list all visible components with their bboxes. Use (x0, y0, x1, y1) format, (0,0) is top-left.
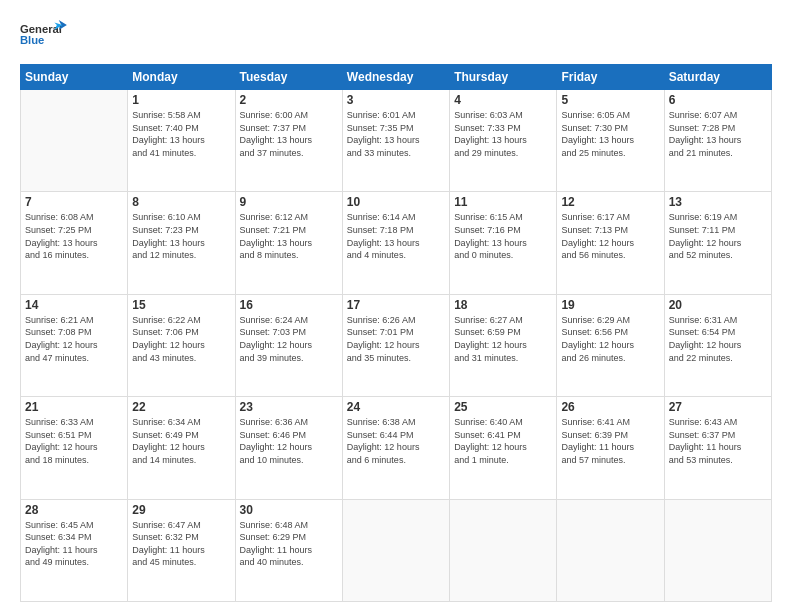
calendar-cell: 15Sunrise: 6:22 AM Sunset: 7:06 PM Dayli… (128, 294, 235, 396)
day-number: 11 (454, 195, 552, 209)
day-info: Sunrise: 6:33 AM Sunset: 6:51 PM Dayligh… (25, 416, 123, 466)
day-number: 5 (561, 93, 659, 107)
calendar-week-2: 7Sunrise: 6:08 AM Sunset: 7:25 PM Daylig… (21, 192, 772, 294)
day-info: Sunrise: 6:48 AM Sunset: 6:29 PM Dayligh… (240, 519, 338, 569)
day-info: Sunrise: 6:40 AM Sunset: 6:41 PM Dayligh… (454, 416, 552, 466)
day-number: 26 (561, 400, 659, 414)
svg-text:Blue: Blue (20, 34, 44, 46)
day-info: Sunrise: 6:19 AM Sunset: 7:11 PM Dayligh… (669, 211, 767, 261)
weekday-header-row: SundayMondayTuesdayWednesdayThursdayFrid… (21, 65, 772, 90)
calendar-cell: 9Sunrise: 6:12 AM Sunset: 7:21 PM Daylig… (235, 192, 342, 294)
calendar-cell: 16Sunrise: 6:24 AM Sunset: 7:03 PM Dayli… (235, 294, 342, 396)
calendar-cell: 5Sunrise: 6:05 AM Sunset: 7:30 PM Daylig… (557, 90, 664, 192)
day-number: 30 (240, 503, 338, 517)
day-number: 17 (347, 298, 445, 312)
day-info: Sunrise: 6:10 AM Sunset: 7:23 PM Dayligh… (132, 211, 230, 261)
calendar-week-3: 14Sunrise: 6:21 AM Sunset: 7:08 PM Dayli… (21, 294, 772, 396)
calendar-table: SundayMondayTuesdayWednesdayThursdayFrid… (20, 64, 772, 602)
day-info: Sunrise: 6:24 AM Sunset: 7:03 PM Dayligh… (240, 314, 338, 364)
day-info: Sunrise: 6:47 AM Sunset: 6:32 PM Dayligh… (132, 519, 230, 569)
day-number: 6 (669, 93, 767, 107)
day-number: 14 (25, 298, 123, 312)
calendar-cell: 4Sunrise: 6:03 AM Sunset: 7:33 PM Daylig… (450, 90, 557, 192)
calendar-cell: 17Sunrise: 6:26 AM Sunset: 7:01 PM Dayli… (342, 294, 449, 396)
day-info: Sunrise: 6:17 AM Sunset: 7:13 PM Dayligh… (561, 211, 659, 261)
calendar-week-1: 1Sunrise: 5:58 AM Sunset: 7:40 PM Daylig… (21, 90, 772, 192)
weekday-header-tuesday: Tuesday (235, 65, 342, 90)
calendar-cell: 12Sunrise: 6:17 AM Sunset: 7:13 PM Dayli… (557, 192, 664, 294)
day-number: 29 (132, 503, 230, 517)
calendar-cell: 6Sunrise: 6:07 AM Sunset: 7:28 PM Daylig… (664, 90, 771, 192)
calendar-week-4: 21Sunrise: 6:33 AM Sunset: 6:51 PM Dayli… (21, 397, 772, 499)
calendar-cell: 27Sunrise: 6:43 AM Sunset: 6:37 PM Dayli… (664, 397, 771, 499)
day-number: 23 (240, 400, 338, 414)
weekday-header-sunday: Sunday (21, 65, 128, 90)
day-number: 3 (347, 93, 445, 107)
weekday-header-monday: Monday (128, 65, 235, 90)
day-info: Sunrise: 6:45 AM Sunset: 6:34 PM Dayligh… (25, 519, 123, 569)
day-number: 8 (132, 195, 230, 209)
day-number: 24 (347, 400, 445, 414)
day-info: Sunrise: 6:41 AM Sunset: 6:39 PM Dayligh… (561, 416, 659, 466)
calendar-cell: 8Sunrise: 6:10 AM Sunset: 7:23 PM Daylig… (128, 192, 235, 294)
logo: General Blue (20, 16, 70, 56)
calendar-cell: 22Sunrise: 6:34 AM Sunset: 6:49 PM Dayli… (128, 397, 235, 499)
day-number: 7 (25, 195, 123, 209)
calendar-cell: 26Sunrise: 6:41 AM Sunset: 6:39 PM Dayli… (557, 397, 664, 499)
calendar-cell: 7Sunrise: 6:08 AM Sunset: 7:25 PM Daylig… (21, 192, 128, 294)
day-number: 22 (132, 400, 230, 414)
day-number: 19 (561, 298, 659, 312)
day-info: Sunrise: 6:29 AM Sunset: 6:56 PM Dayligh… (561, 314, 659, 364)
day-number: 10 (347, 195, 445, 209)
day-info: Sunrise: 6:31 AM Sunset: 6:54 PM Dayligh… (669, 314, 767, 364)
weekday-header-saturday: Saturday (664, 65, 771, 90)
day-number: 15 (132, 298, 230, 312)
calendar-cell: 25Sunrise: 6:40 AM Sunset: 6:41 PM Dayli… (450, 397, 557, 499)
calendar-cell: 29Sunrise: 6:47 AM Sunset: 6:32 PM Dayli… (128, 499, 235, 601)
page: General Blue SundayMondayTuesdayWednesda… (0, 0, 792, 612)
day-info: Sunrise: 6:36 AM Sunset: 6:46 PM Dayligh… (240, 416, 338, 466)
day-number: 27 (669, 400, 767, 414)
day-info: Sunrise: 6:00 AM Sunset: 7:37 PM Dayligh… (240, 109, 338, 159)
calendar-cell: 1Sunrise: 5:58 AM Sunset: 7:40 PM Daylig… (128, 90, 235, 192)
calendar-cell: 10Sunrise: 6:14 AM Sunset: 7:18 PM Dayli… (342, 192, 449, 294)
day-info: Sunrise: 6:43 AM Sunset: 6:37 PM Dayligh… (669, 416, 767, 466)
calendar-cell (664, 499, 771, 601)
calendar-cell: 21Sunrise: 6:33 AM Sunset: 6:51 PM Dayli… (21, 397, 128, 499)
day-info: Sunrise: 6:21 AM Sunset: 7:08 PM Dayligh… (25, 314, 123, 364)
day-number: 1 (132, 93, 230, 107)
day-info: Sunrise: 6:26 AM Sunset: 7:01 PM Dayligh… (347, 314, 445, 364)
day-info: Sunrise: 6:01 AM Sunset: 7:35 PM Dayligh… (347, 109, 445, 159)
day-info: Sunrise: 5:58 AM Sunset: 7:40 PM Dayligh… (132, 109, 230, 159)
day-number: 12 (561, 195, 659, 209)
day-number: 20 (669, 298, 767, 312)
day-info: Sunrise: 6:38 AM Sunset: 6:44 PM Dayligh… (347, 416, 445, 466)
day-number: 13 (669, 195, 767, 209)
weekday-header-friday: Friday (557, 65, 664, 90)
weekday-header-wednesday: Wednesday (342, 65, 449, 90)
day-info: Sunrise: 6:14 AM Sunset: 7:18 PM Dayligh… (347, 211, 445, 261)
calendar-cell: 14Sunrise: 6:21 AM Sunset: 7:08 PM Dayli… (21, 294, 128, 396)
day-number: 2 (240, 93, 338, 107)
day-info: Sunrise: 6:08 AM Sunset: 7:25 PM Dayligh… (25, 211, 123, 261)
calendar-cell: 20Sunrise: 6:31 AM Sunset: 6:54 PM Dayli… (664, 294, 771, 396)
calendar-cell (450, 499, 557, 601)
calendar-cell: 18Sunrise: 6:27 AM Sunset: 6:59 PM Dayli… (450, 294, 557, 396)
day-info: Sunrise: 6:22 AM Sunset: 7:06 PM Dayligh… (132, 314, 230, 364)
calendar-cell: 28Sunrise: 6:45 AM Sunset: 6:34 PM Dayli… (21, 499, 128, 601)
day-info: Sunrise: 6:07 AM Sunset: 7:28 PM Dayligh… (669, 109, 767, 159)
calendar-cell: 24Sunrise: 6:38 AM Sunset: 6:44 PM Dayli… (342, 397, 449, 499)
calendar-cell: 23Sunrise: 6:36 AM Sunset: 6:46 PM Dayli… (235, 397, 342, 499)
day-info: Sunrise: 6:12 AM Sunset: 7:21 PM Dayligh… (240, 211, 338, 261)
weekday-header-thursday: Thursday (450, 65, 557, 90)
day-number: 9 (240, 195, 338, 209)
calendar-cell (21, 90, 128, 192)
calendar-cell: 3Sunrise: 6:01 AM Sunset: 7:35 PM Daylig… (342, 90, 449, 192)
calendar-cell (557, 499, 664, 601)
logo-svg: General Blue (20, 16, 70, 56)
day-info: Sunrise: 6:34 AM Sunset: 6:49 PM Dayligh… (132, 416, 230, 466)
calendar-cell: 19Sunrise: 6:29 AM Sunset: 6:56 PM Dayli… (557, 294, 664, 396)
day-number: 21 (25, 400, 123, 414)
header: General Blue (20, 16, 772, 56)
calendar-week-5: 28Sunrise: 6:45 AM Sunset: 6:34 PM Dayli… (21, 499, 772, 601)
